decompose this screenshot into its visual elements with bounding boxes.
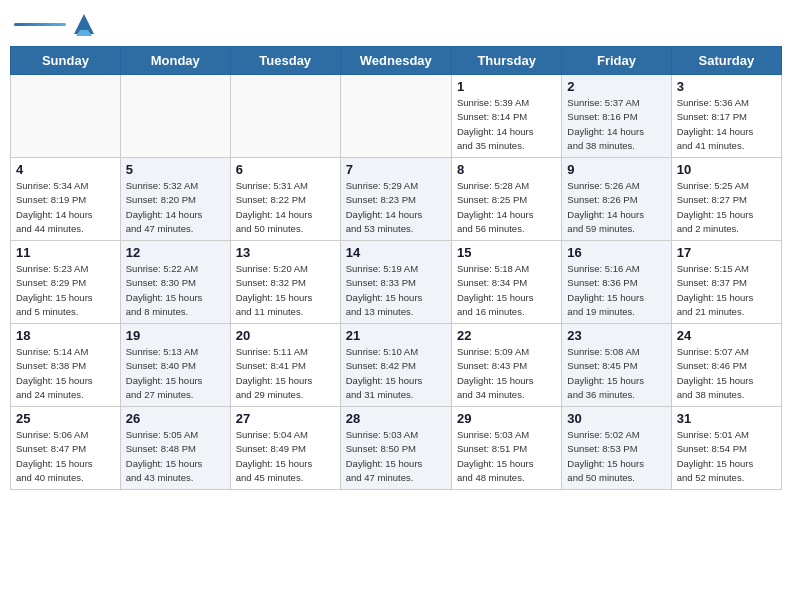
- day-number: 17: [677, 245, 776, 260]
- day-info: Sunrise: 5:04 AM Sunset: 8:49 PM Dayligh…: [236, 428, 335, 485]
- calendar-day-cell: 28Sunrise: 5:03 AM Sunset: 8:50 PM Dayli…: [340, 407, 451, 490]
- calendar-day-cell: 27Sunrise: 5:04 AM Sunset: 8:49 PM Dayli…: [230, 407, 340, 490]
- day-info: Sunrise: 5:03 AM Sunset: 8:50 PM Dayligh…: [346, 428, 446, 485]
- calendar-day-cell: 1Sunrise: 5:39 AM Sunset: 8:14 PM Daylig…: [451, 75, 561, 158]
- day-info: Sunrise: 5:07 AM Sunset: 8:46 PM Dayligh…: [677, 345, 776, 402]
- weekday-header: Saturday: [671, 47, 781, 75]
- calendar-table: SundayMondayTuesdayWednesdayThursdayFrid…: [10, 46, 782, 490]
- calendar-day-cell: 10Sunrise: 5:25 AM Sunset: 8:27 PM Dayli…: [671, 158, 781, 241]
- calendar-day-cell: [120, 75, 230, 158]
- calendar-week-row: 25Sunrise: 5:06 AM Sunset: 8:47 PM Dayli…: [11, 407, 782, 490]
- day-info: Sunrise: 5:10 AM Sunset: 8:42 PM Dayligh…: [346, 345, 446, 402]
- calendar-week-row: 1Sunrise: 5:39 AM Sunset: 8:14 PM Daylig…: [11, 75, 782, 158]
- day-info: Sunrise: 5:03 AM Sunset: 8:51 PM Dayligh…: [457, 428, 556, 485]
- day-number: 23: [567, 328, 665, 343]
- calendar-day-cell: 24Sunrise: 5:07 AM Sunset: 8:46 PM Dayli…: [671, 324, 781, 407]
- day-info: Sunrise: 5:20 AM Sunset: 8:32 PM Dayligh…: [236, 262, 335, 319]
- day-number: 24: [677, 328, 776, 343]
- calendar-week-row: 18Sunrise: 5:14 AM Sunset: 8:38 PM Dayli…: [11, 324, 782, 407]
- day-number: 29: [457, 411, 556, 426]
- weekday-header: Thursday: [451, 47, 561, 75]
- day-number: 2: [567, 79, 665, 94]
- day-info: Sunrise: 5:18 AM Sunset: 8:34 PM Dayligh…: [457, 262, 556, 319]
- day-number: 28: [346, 411, 446, 426]
- calendar-day-cell: 8Sunrise: 5:28 AM Sunset: 8:25 PM Daylig…: [451, 158, 561, 241]
- day-info: Sunrise: 5:25 AM Sunset: 8:27 PM Dayligh…: [677, 179, 776, 236]
- day-number: 9: [567, 162, 665, 177]
- day-number: 7: [346, 162, 446, 177]
- day-number: 19: [126, 328, 225, 343]
- day-number: 20: [236, 328, 335, 343]
- day-number: 5: [126, 162, 225, 177]
- weekday-header: Monday: [120, 47, 230, 75]
- day-info: Sunrise: 5:08 AM Sunset: 8:45 PM Dayligh…: [567, 345, 665, 402]
- calendar-day-cell: 9Sunrise: 5:26 AM Sunset: 8:26 PM Daylig…: [562, 158, 671, 241]
- calendar-day-cell: 4Sunrise: 5:34 AM Sunset: 8:19 PM Daylig…: [11, 158, 121, 241]
- day-number: 27: [236, 411, 335, 426]
- day-number: 22: [457, 328, 556, 343]
- day-info: Sunrise: 5:37 AM Sunset: 8:16 PM Dayligh…: [567, 96, 665, 153]
- day-number: 1: [457, 79, 556, 94]
- day-info: Sunrise: 5:29 AM Sunset: 8:23 PM Dayligh…: [346, 179, 446, 236]
- day-info: Sunrise: 5:15 AM Sunset: 8:37 PM Dayligh…: [677, 262, 776, 319]
- calendar-day-cell: 30Sunrise: 5:02 AM Sunset: 8:53 PM Dayli…: [562, 407, 671, 490]
- calendar-day-cell: 7Sunrise: 5:29 AM Sunset: 8:23 PM Daylig…: [340, 158, 451, 241]
- day-info: Sunrise: 5:26 AM Sunset: 8:26 PM Dayligh…: [567, 179, 665, 236]
- day-info: Sunrise: 5:06 AM Sunset: 8:47 PM Dayligh…: [16, 428, 115, 485]
- calendar-day-cell: 12Sunrise: 5:22 AM Sunset: 8:30 PM Dayli…: [120, 241, 230, 324]
- day-info: Sunrise: 5:22 AM Sunset: 8:30 PM Dayligh…: [126, 262, 225, 319]
- calendar-day-cell: 5Sunrise: 5:32 AM Sunset: 8:20 PM Daylig…: [120, 158, 230, 241]
- calendar-day-cell: 13Sunrise: 5:20 AM Sunset: 8:32 PM Dayli…: [230, 241, 340, 324]
- calendar-day-cell: 3Sunrise: 5:36 AM Sunset: 8:17 PM Daylig…: [671, 75, 781, 158]
- logo: [14, 10, 98, 38]
- day-number: 26: [126, 411, 225, 426]
- day-number: 30: [567, 411, 665, 426]
- calendar-day-cell: 11Sunrise: 5:23 AM Sunset: 8:29 PM Dayli…: [11, 241, 121, 324]
- day-number: 14: [346, 245, 446, 260]
- weekday-header: Wednesday: [340, 47, 451, 75]
- calendar-day-cell: 26Sunrise: 5:05 AM Sunset: 8:48 PM Dayli…: [120, 407, 230, 490]
- calendar-day-cell: 2Sunrise: 5:37 AM Sunset: 8:16 PM Daylig…: [562, 75, 671, 158]
- calendar-day-cell: [230, 75, 340, 158]
- day-info: Sunrise: 5:01 AM Sunset: 8:54 PM Dayligh…: [677, 428, 776, 485]
- day-number: 4: [16, 162, 115, 177]
- calendar-day-cell: 25Sunrise: 5:06 AM Sunset: 8:47 PM Dayli…: [11, 407, 121, 490]
- calendar-day-cell: 22Sunrise: 5:09 AM Sunset: 8:43 PM Dayli…: [451, 324, 561, 407]
- day-info: Sunrise: 5:05 AM Sunset: 8:48 PM Dayligh…: [126, 428, 225, 485]
- day-number: 6: [236, 162, 335, 177]
- day-number: 8: [457, 162, 556, 177]
- day-number: 16: [567, 245, 665, 260]
- page-header: [10, 10, 782, 38]
- calendar-day-cell: 31Sunrise: 5:01 AM Sunset: 8:54 PM Dayli…: [671, 407, 781, 490]
- day-number: 15: [457, 245, 556, 260]
- calendar-day-cell: 6Sunrise: 5:31 AM Sunset: 8:22 PM Daylig…: [230, 158, 340, 241]
- calendar-day-cell: 21Sunrise: 5:10 AM Sunset: 8:42 PM Dayli…: [340, 324, 451, 407]
- calendar-day-cell: 29Sunrise: 5:03 AM Sunset: 8:51 PM Dayli…: [451, 407, 561, 490]
- calendar-header-row: SundayMondayTuesdayWednesdayThursdayFrid…: [11, 47, 782, 75]
- calendar-week-row: 4Sunrise: 5:34 AM Sunset: 8:19 PM Daylig…: [11, 158, 782, 241]
- calendar-day-cell: 20Sunrise: 5:11 AM Sunset: 8:41 PM Dayli…: [230, 324, 340, 407]
- day-info: Sunrise: 5:39 AM Sunset: 8:14 PM Dayligh…: [457, 96, 556, 153]
- day-number: 21: [346, 328, 446, 343]
- weekday-header: Friday: [562, 47, 671, 75]
- weekday-header: Tuesday: [230, 47, 340, 75]
- weekday-header: Sunday: [11, 47, 121, 75]
- calendar-day-cell: 14Sunrise: 5:19 AM Sunset: 8:33 PM Dayli…: [340, 241, 451, 324]
- day-number: 3: [677, 79, 776, 94]
- day-info: Sunrise: 5:14 AM Sunset: 8:38 PM Dayligh…: [16, 345, 115, 402]
- calendar-day-cell: 23Sunrise: 5:08 AM Sunset: 8:45 PM Dayli…: [562, 324, 671, 407]
- day-info: Sunrise: 5:28 AM Sunset: 8:25 PM Dayligh…: [457, 179, 556, 236]
- day-number: 12: [126, 245, 225, 260]
- day-info: Sunrise: 5:34 AM Sunset: 8:19 PM Dayligh…: [16, 179, 115, 236]
- day-info: Sunrise: 5:19 AM Sunset: 8:33 PM Dayligh…: [346, 262, 446, 319]
- day-number: 31: [677, 411, 776, 426]
- day-info: Sunrise: 5:36 AM Sunset: 8:17 PM Dayligh…: [677, 96, 776, 153]
- day-info: Sunrise: 5:32 AM Sunset: 8:20 PM Dayligh…: [126, 179, 225, 236]
- day-number: 18: [16, 328, 115, 343]
- day-info: Sunrise: 5:16 AM Sunset: 8:36 PM Dayligh…: [567, 262, 665, 319]
- day-info: Sunrise: 5:11 AM Sunset: 8:41 PM Dayligh…: [236, 345, 335, 402]
- calendar-day-cell: [340, 75, 451, 158]
- day-info: Sunrise: 5:13 AM Sunset: 8:40 PM Dayligh…: [126, 345, 225, 402]
- day-info: Sunrise: 5:09 AM Sunset: 8:43 PM Dayligh…: [457, 345, 556, 402]
- calendar-day-cell: 17Sunrise: 5:15 AM Sunset: 8:37 PM Dayli…: [671, 241, 781, 324]
